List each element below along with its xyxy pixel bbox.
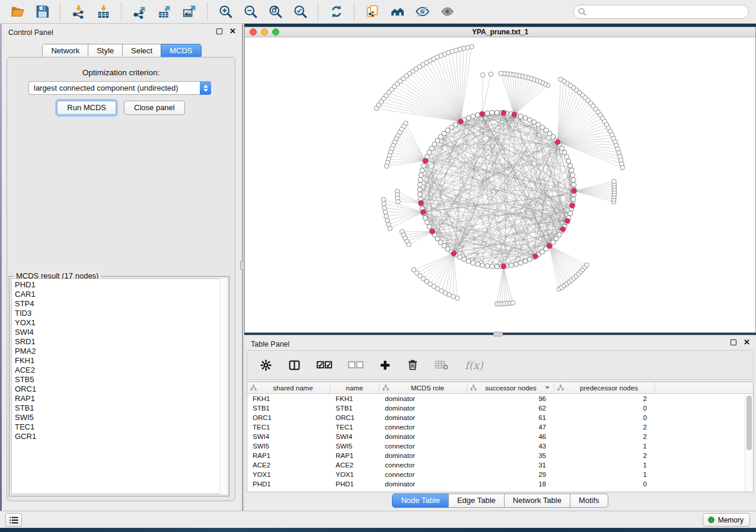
cell-shared-name[interactable]: ACE2 bbox=[247, 460, 330, 470]
cell-successor-nodes[interactable]: 96 bbox=[467, 394, 554, 403]
network-node[interactable] bbox=[485, 264, 490, 268]
cell-name[interactable]: ACE2 bbox=[330, 460, 379, 470]
memory-button[interactable]: Memory bbox=[703, 513, 750, 527]
cell-name[interactable]: PHD1 bbox=[330, 479, 379, 489]
mcds-result-item[interactable]: SWI4 bbox=[15, 328, 227, 337]
mcds-node[interactable] bbox=[564, 218, 570, 223]
mcds-result-item[interactable]: SWI5 bbox=[15, 413, 227, 422]
network-node[interactable] bbox=[485, 111, 490, 116]
cell-predecessor-nodes[interactable]: 2 bbox=[554, 451, 655, 460]
mcds-node[interactable] bbox=[423, 158, 428, 164]
tab-network-table[interactable]: Network Table bbox=[504, 493, 570, 508]
network-node[interactable] bbox=[466, 259, 471, 264]
mcds-node[interactable] bbox=[572, 188, 577, 194]
clone-network-button[interactable] bbox=[363, 2, 382, 21]
horizontal-splitter-handle[interactable] bbox=[493, 332, 503, 336]
network-node[interactable] bbox=[572, 182, 576, 187]
table-scrollbar[interactable] bbox=[745, 395, 753, 492]
network-node[interactable] bbox=[407, 242, 412, 247]
table-scrollbar-thumb[interactable] bbox=[747, 396, 752, 450]
network-node[interactable] bbox=[489, 72, 493, 76]
cell-shared-name[interactable]: RAP1 bbox=[247, 451, 330, 460]
mcds-node[interactable] bbox=[570, 203, 575, 209]
save-session-button[interactable] bbox=[33, 2, 52, 21]
cell-name[interactable]: FKH1 bbox=[330, 394, 379, 403]
export-table-button[interactable] bbox=[155, 2, 174, 21]
cell-predecessor-nodes[interactable]: 2 bbox=[554, 394, 655, 403]
network-node[interactable] bbox=[374, 106, 379, 111]
mcds-node[interactable] bbox=[480, 111, 485, 117]
mcds-node[interactable] bbox=[560, 227, 566, 232]
split-table-view-button[interactable] bbox=[288, 359, 301, 371]
task-history-button[interactable] bbox=[5, 513, 22, 527]
optimization-criterion-select[interactable]: largest connected component (undirected) bbox=[28, 81, 211, 95]
network-node[interactable] bbox=[480, 263, 485, 268]
close-panel-icon[interactable]: ✕ bbox=[229, 28, 236, 34]
float-table-panel-icon[interactable] bbox=[731, 339, 736, 345]
network-node[interactable] bbox=[471, 261, 476, 265]
zoom-in-button[interactable] bbox=[216, 2, 235, 21]
cell-name[interactable]: YOX1 bbox=[330, 470, 379, 479]
network-node[interactable] bbox=[527, 117, 532, 122]
cell-shared-name[interactable]: STB1 bbox=[247, 403, 330, 413]
network-node[interactable] bbox=[381, 197, 386, 202]
mcds-result-item[interactable]: ACE2 bbox=[15, 366, 227, 375]
cell-predecessor-nodes[interactable]: 1 bbox=[554, 460, 655, 470]
cell-predecessor-nodes[interactable]: 2 bbox=[554, 432, 655, 441]
network-node[interactable] bbox=[585, 262, 589, 267]
network-node[interactable] bbox=[509, 263, 513, 268]
network-node[interactable] bbox=[559, 77, 563, 82]
cell-shared-name[interactable]: SWI5 bbox=[247, 441, 330, 451]
mcds-node[interactable] bbox=[451, 251, 457, 256]
cell-successor-nodes[interactable]: 62 bbox=[467, 403, 554, 413]
tab-select[interactable]: Select bbox=[122, 44, 161, 58]
tab-network[interactable]: Network bbox=[42, 44, 88, 58]
mcds-result-item[interactable]: PHD1 bbox=[15, 280, 227, 290]
network-node[interactable] bbox=[420, 168, 425, 173]
cell-name[interactable]: STB1 bbox=[330, 403, 379, 413]
mcds-result-item[interactable]: TEC1 bbox=[15, 422, 227, 432]
tab-motifs[interactable]: Motifs bbox=[570, 493, 608, 508]
select-all-rows-button[interactable] bbox=[317, 361, 332, 369]
network-node[interactable] bbox=[570, 173, 575, 178]
cell-shared-name[interactable]: PHD1 bbox=[247, 479, 330, 489]
network-node[interactable] bbox=[417, 187, 422, 192]
export-network-button[interactable] bbox=[130, 2, 149, 21]
mcds-node[interactable] bbox=[420, 210, 426, 215]
open-file-button[interactable] bbox=[8, 2, 27, 21]
network-node[interactable] bbox=[417, 192, 422, 197]
column-header-shared-name[interactable]: shared name bbox=[247, 382, 330, 393]
mcds-list-scrollbar[interactable] bbox=[219, 278, 227, 494]
mcds-result-item[interactable]: FKH1 bbox=[15, 356, 227, 366]
hide-selected-button[interactable] bbox=[413, 2, 432, 21]
column-header-name[interactable]: name bbox=[330, 382, 379, 393]
table-settings-button[interactable] bbox=[260, 359, 272, 371]
close-table-panel-icon[interactable]: ✕ bbox=[744, 339, 750, 345]
mcds-result-item[interactable]: ORC1 bbox=[15, 384, 227, 394]
network-node[interactable] bbox=[457, 255, 462, 259]
network-node[interactable] bbox=[495, 264, 499, 269]
zoom-fit-button[interactable] bbox=[266, 2, 285, 21]
network-node[interactable] bbox=[471, 114, 476, 118]
network-node[interactable] bbox=[518, 261, 523, 265]
zoom-selected-button[interactable] bbox=[291, 2, 310, 21]
network-node[interactable] bbox=[511, 300, 515, 305]
mcds-node[interactable] bbox=[430, 229, 435, 234]
cell-name[interactable]: TEC1 bbox=[330, 422, 379, 432]
network-node[interactable] bbox=[455, 296, 460, 300]
mcds-result-item[interactable]: STB5 bbox=[15, 375, 227, 384]
deselect-all-rows-button[interactable] bbox=[348, 361, 363, 369]
network-node[interactable] bbox=[382, 201, 387, 206]
cell-MCDS-role[interactable]: connector bbox=[379, 460, 467, 470]
network-node[interactable] bbox=[476, 113, 480, 117]
cell-MCDS-role[interactable]: dominator bbox=[379, 394, 467, 403]
network-node[interactable] bbox=[564, 155, 569, 159]
network-node[interactable] bbox=[495, 110, 499, 115]
import-table-button[interactable] bbox=[94, 2, 113, 21]
cell-MCDS-role[interactable]: dominator bbox=[379, 479, 467, 489]
network-window-titlebar[interactable]: YPA_prune.txt_1 bbox=[245, 27, 755, 37]
tab-mcds[interactable]: MCDS bbox=[161, 44, 201, 58]
mcds-result-item[interactable]: CAR1 bbox=[15, 290, 227, 299]
network-node[interactable] bbox=[421, 164, 426, 168]
cell-predecessor-nodes[interactable]: 0 bbox=[554, 403, 655, 413]
